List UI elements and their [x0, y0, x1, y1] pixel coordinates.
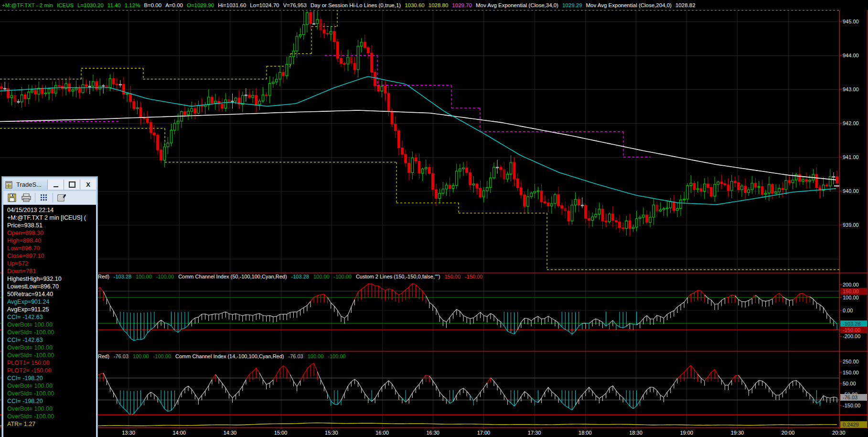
data-window-line: CCI= -198.20: [7, 397, 96, 405]
quote-segment: Mov Avg Exponential (Close,204,0): [586, 2, 672, 8]
data-window[interactable]: TradeS... X: [2, 177, 97, 437]
close-button[interactable]: X: [80, 180, 96, 190]
indicator-header-segment: 100.00: [308, 353, 324, 359]
indicator-header-segment: -76.03: [114, 353, 129, 359]
price-axis[interactable]: 945.00944.00943.00942.00941.00940.00939.…: [839, 0, 868, 437]
grid-view-button[interactable]: [38, 192, 50, 203]
price-label: 942.00: [843, 120, 859, 127]
price-label: 250.00: [843, 359, 859, 365]
save-icon: [8, 193, 16, 202]
indicator-header-segment: Custom 2 Lines (150,-150,0,false,""): [356, 274, 440, 279]
quote-segment: O=1029.90: [187, 2, 214, 8]
price-label: 943.00: [843, 86, 859, 93]
indicator-header-segment: -103.28: [291, 274, 309, 279]
data-window-line: AvgExp=901.24: [7, 298, 96, 306]
data-window-line: 50Retrac=914.40: [7, 290, 96, 298]
data-window-line: PLOT1= 150.00: [7, 359, 96, 367]
maximize-icon: [69, 181, 75, 188]
price-label: 941.00: [843, 154, 859, 160]
time-label: 18:00: [575, 430, 596, 436]
indicator-header-segment: Comm Channel Index (50,-100,100,Cyan,Red…: [178, 274, 287, 279]
time-label: 17:30: [524, 430, 545, 436]
indicator-header-segment: Comm Channel Index (14,-100,100,Cyan,Red…: [175, 353, 284, 359]
data-window-line: OverBot= 100.00: [7, 321, 96, 329]
data-window-line: High=898.40: [7, 237, 96, 245]
axis-value-badge: 0.2429: [840, 421, 867, 428]
data-window-line: OverBot= 100.00: [7, 344, 96, 352]
data-window-line: LowestLow=896.70: [7, 283, 96, 290]
indicator-header-segment: -100.00: [328, 353, 345, 359]
price-label: 200.00: [843, 282, 859, 288]
data-window-line: AvgExp=911.25: [7, 306, 96, 313]
time-label: 15:00: [270, 430, 291, 436]
time-label: 19:30: [727, 430, 748, 436]
data-window-line: OverSld= -100.00: [7, 329, 96, 336]
indicator-header-segment: -100.00: [334, 274, 352, 279]
quote-segment: 11.40: [107, 2, 121, 8]
quote-segment: Day or Session Hi-Lo Lines (0,true,1): [311, 2, 401, 8]
quote-segment: L=1030.20: [77, 2, 104, 8]
time-label: 20:00: [778, 430, 799, 436]
quote-segment: V=76,953: [283, 2, 307, 8]
pane-cci14-header: Red)-76.03100.00-100.00Comm Channel Inde…: [98, 353, 346, 359]
close-icon: X: [86, 181, 90, 188]
price-label: -200.00: [843, 333, 860, 340]
print-icon: [21, 193, 31, 202]
indicator-header-segment: -100.00: [156, 274, 174, 279]
time-label: 15:30: [321, 430, 342, 436]
data-window-line: PLOT2= -150.00: [7, 367, 96, 374]
indicator-header-segment: 100.00: [313, 274, 330, 279]
data-window-line: Up=572: [7, 260, 96, 267]
quote-bar[interactable]: +M:@TF.TXT - 2 minICEUSL=1030.2011.401.1…: [0, 0, 868, 10]
quote-segment: 1030.60: [405, 2, 425, 8]
time-label: 14:00: [169, 430, 190, 436]
data-window-icon: [5, 181, 14, 189]
indicator-header-segment: Red): [98, 353, 109, 359]
data-window-line: OverSld= -100.00: [7, 352, 96, 359]
data-window-titlebar[interactable]: TradeS... X: [3, 178, 96, 191]
data-window-line: CCI= -142.63: [7, 313, 96, 321]
data-window-line: OverBot= 100.00: [7, 405, 96, 413]
quote-segment: ICEUS: [57, 2, 74, 8]
chart-canvas[interactable]: [0, 0, 868, 437]
data-window-line: CCI= -198.20: [7, 374, 96, 382]
time-label: 18:30: [625, 430, 646, 436]
time-label: 16:00: [372, 430, 393, 436]
toolbar-separator: [53, 193, 53, 203]
indicator-header-segment: -150.00: [465, 274, 482, 279]
data-window-body: 04/15/2013 22:14+M:@TF.TXT 2 min [ICEUS]…: [3, 205, 96, 437]
price-label: 0.00: [843, 308, 853, 314]
minimize-button[interactable]: [47, 180, 64, 190]
save-button[interactable]: [6, 192, 18, 203]
quote-segment: 1028.82: [675, 2, 696, 8]
properties-button[interactable]: [56, 192, 67, 203]
quote-segment: 1029.70: [452, 2, 472, 8]
pane-cci50-header: Red)-103.28100.00-100.00Comm Channel Ind…: [98, 274, 482, 279]
maximize-button[interactable]: [64, 180, 80, 190]
quote-segment: 1.12%: [125, 2, 140, 8]
price-label: 940.00: [843, 188, 859, 194]
quote-segment: B=0.00: [144, 2, 161, 8]
quote-segment: 1028.80: [429, 2, 449, 8]
data-window-line: HighestHigh=932.10: [7, 275, 96, 283]
data-window-toolbar: [3, 191, 96, 205]
indicator-header-segment: 100.00: [133, 353, 149, 359]
print-button[interactable]: [21, 192, 32, 203]
data-window-line: Down=781: [7, 267, 96, 275]
data-window-line: +M:@TF.TXT 2 min [ICEUS] (: [7, 214, 96, 222]
time-label: 14:30: [219, 430, 240, 436]
axis-value-badge: -150.00: [840, 327, 867, 333]
data-window-line: OverBot= 100.00: [7, 382, 96, 390]
indicator-header-segment: 100.00: [136, 274, 152, 279]
trading-app-window: +M:@TF.TXT - 2 minICEUSL=1030.2011.401.1…: [0, 0, 868, 437]
time-axis[interactable]: 13:3014:0014:3015:0015:3016:0016:3017:00…: [0, 428, 868, 437]
price-label: -150.00: [843, 403, 860, 409]
quote-segment: Hi=1031.60: [218, 2, 246, 8]
quote-segment: A=0.00: [165, 2, 183, 8]
data-window-line: OverSld= -100.00: [7, 413, 96, 420]
indicator-header-segment: -100.00: [153, 353, 171, 359]
time-label: 13:30: [118, 430, 139, 436]
time-label: 19:00: [676, 430, 697, 436]
data-window-line: ATR= 1.27: [7, 420, 96, 428]
data-window-line: OverSld= -100.00: [7, 390, 96, 397]
